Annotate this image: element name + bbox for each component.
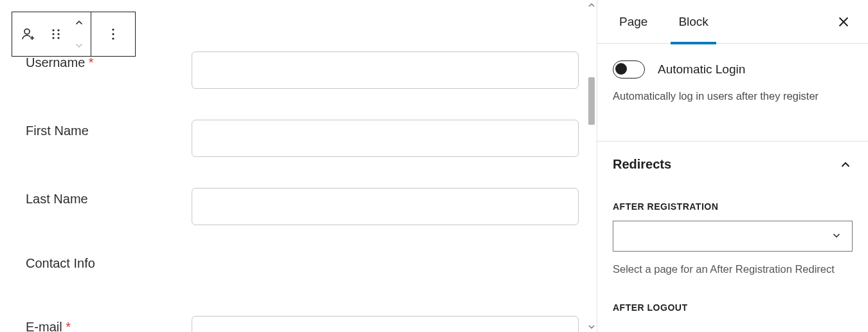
- block-options-button[interactable]: [91, 12, 135, 56]
- after-registration-select[interactable]: [613, 221, 853, 252]
- after-registration-help: Select a page for an After Registration …: [597, 252, 868, 275]
- field-row-username: Username *: [26, 51, 579, 89]
- after-logout-heading: AFTER LOGOUT: [597, 302, 868, 313]
- toggle-knob: [615, 63, 627, 75]
- last-name-input[interactable]: [192, 188, 579, 225]
- settings-sidebar: Page Block Automatic Login Automatically…: [597, 0, 868, 332]
- block-toolbar: [12, 12, 136, 57]
- registration-form: Username * First Name Last Name Contact …: [26, 51, 579, 332]
- email-input[interactable]: [192, 316, 579, 332]
- editor-scrollbar[interactable]: [586, 0, 597, 332]
- required-asterisk: *: [89, 55, 94, 69]
- field-row-firstname: First Name: [26, 120, 579, 157]
- scroll-up-arrow[interactable]: [586, 0, 597, 10]
- svg-point-2: [57, 29, 59, 31]
- svg-point-8: [112, 33, 114, 35]
- close-sidebar-button[interactable]: [835, 13, 853, 31]
- scroll-down-arrow[interactable]: [586, 322, 597, 332]
- automatic-login-toggle[interactable]: [613, 60, 645, 78]
- automatic-login-label: Automatic Login: [658, 62, 745, 77]
- move-up-button[interactable]: [68, 12, 91, 34]
- automatic-login-desc: Automatically log in users after they re…: [597, 84, 868, 102]
- field-row-email: E-mail *: [26, 316, 579, 332]
- chevron-down-icon: [73, 39, 85, 51]
- user-add-icon: [21, 26, 36, 42]
- redirects-title: Redirects: [613, 157, 671, 172]
- field-label: Last Name: [26, 188, 192, 207]
- svg-point-7: [112, 28, 114, 30]
- chevron-up-icon: [73, 17, 85, 29]
- svg-point-5: [52, 37, 54, 39]
- username-input[interactable]: [192, 51, 579, 89]
- tab-page[interactable]: Page: [613, 0, 654, 44]
- options-icon: [105, 26, 121, 42]
- svg-point-3: [52, 33, 54, 35]
- sidebar-tabs: Page Block: [597, 0, 868, 44]
- scroll-thumb[interactable]: [588, 77, 595, 125]
- drag-icon: [48, 26, 64, 42]
- block-type-button[interactable]: [12, 12, 44, 56]
- drag-handle[interactable]: [44, 12, 68, 56]
- first-name-input[interactable]: [192, 120, 579, 157]
- svg-point-1: [52, 29, 54, 31]
- required-asterisk: *: [66, 320, 71, 332]
- tab-block[interactable]: Block: [672, 0, 714, 44]
- svg-point-6: [57, 37, 59, 39]
- svg-point-9: [112, 37, 114, 39]
- redirects-panel-header[interactable]: Redirects: [597, 142, 868, 172]
- chevron-up-icon: [838, 158, 853, 172]
- section-title: Contact Info: [26, 256, 95, 271]
- field-row-lastname: Last Name: [26, 188, 579, 225]
- svg-point-0: [24, 29, 30, 34]
- field-label: E-mail *: [26, 316, 192, 332]
- automatic-login-control: Automatic Login: [597, 44, 868, 84]
- editor-main: Username * First Name Last Name Contact …: [0, 0, 592, 332]
- section-contact-info: Contact Info: [26, 256, 579, 271]
- close-icon: [836, 15, 851, 29]
- scroll-track[interactable]: [586, 10, 597, 322]
- after-registration-heading: AFTER REGISTRATION: [597, 201, 868, 212]
- field-label: Username *: [26, 51, 192, 70]
- svg-point-4: [57, 33, 59, 35]
- field-label: First Name: [26, 120, 192, 138]
